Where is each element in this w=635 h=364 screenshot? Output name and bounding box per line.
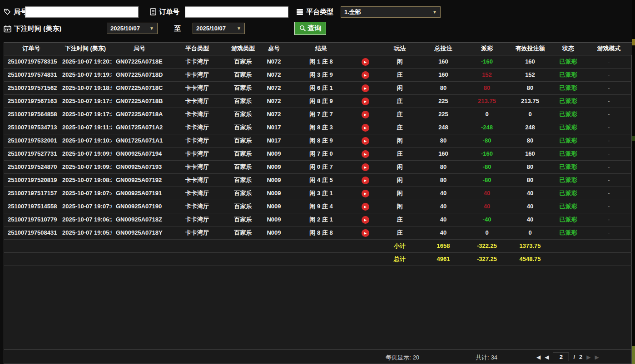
cell-platform-type: 卡卡湾厅: [167, 213, 228, 226]
cell-status: 已派彩: [551, 134, 585, 147]
cell-round-number: GN07225A0718C: [112, 81, 167, 94]
cell-result: 闲 8 庄 9: [289, 94, 353, 108]
cell-game-mode: -: [585, 121, 632, 134]
header-order: 订单号: [4, 43, 59, 55]
filter-bar: 局号 订单号 平台类型 1.全部 ▼ 下注时间 (美东) 202: [0, 0, 632, 42]
header-result: 结果: [289, 43, 353, 55]
cell-result: 闲 9 庄 4: [289, 200, 353, 213]
cell-status: 已派彩: [551, 147, 585, 160]
platform-type-label: 平台类型: [306, 8, 333, 16]
cell-status: 已派彩: [551, 200, 585, 213]
cell-result: 闲 7 庄 7: [289, 108, 353, 121]
order-number-input[interactable]: [185, 6, 288, 18]
play-video-button[interactable]: ▶: [362, 71, 369, 79]
bet-time-label: 下注时间 (美东): [14, 25, 61, 33]
cell-total-bet: 160: [422, 147, 465, 160]
play-video-button[interactable]: ▶: [362, 150, 369, 158]
cell-table-number: N017: [258, 121, 289, 134]
cell-order-number: 251007197508431: [4, 226, 59, 239]
last-page-button[interactable]: ▶: [595, 354, 599, 360]
play-video-button[interactable]: ▶: [362, 177, 369, 184]
next-page-button[interactable]: ▶: [586, 354, 590, 360]
date-from-select[interactable]: 2025/10/07 ▼: [107, 23, 158, 34]
cell-video: ▶: [353, 200, 377, 213]
records-panel: 订单号下注时间 (美东)局号平台类型游戏类型桌号结果玩法总投注派彩有效投注额状态…: [4, 42, 632, 364]
cell-wager-type: 庄: [377, 94, 422, 108]
summary-spacer: [4, 239, 377, 252]
cell-result: 闲 6 庄 1: [289, 81, 353, 94]
cell-video: ▶: [353, 121, 377, 134]
play-video-button[interactable]: ▶: [362, 163, 369, 171]
calendar-icon: [4, 25, 11, 33]
cell-bet-time: 2025-10-07 19:05:53: [59, 226, 112, 239]
cell-bet-time: 2025-10-07 19:08:26: [59, 173, 112, 187]
summary-label: 小计: [377, 239, 422, 252]
cell-round-number: GN07225A0718D: [112, 68, 167, 81]
table-row: 2510071975084312025-10-07 19:05:53GN0092…: [4, 226, 632, 239]
play-video-button[interactable]: ▶: [362, 98, 369, 105]
cell-wager-type: 闲: [377, 200, 422, 213]
cell-game-type: 百家乐: [228, 121, 258, 134]
cell-bet-time: 2025-10-07 19:10:46: [59, 134, 112, 147]
cell-result: 闲 4 庄 5: [289, 173, 353, 187]
platform-type-select[interactable]: 1.全部 ▼: [341, 6, 441, 18]
summary-valid-bet: 1373.75: [509, 239, 551, 252]
cell-video: ▶: [353, 187, 377, 200]
table-row: 2510071975715622025-10-07 19:18:57GN0722…: [4, 81, 632, 94]
cell-platform-type: 卡卡湾厅: [167, 187, 228, 200]
play-video-button[interactable]: ▶: [362, 124, 369, 132]
cell-platform-type: 卡卡湾厅: [167, 200, 228, 213]
subtotal-row: 小计1658-322.251373.75: [4, 239, 632, 252]
header--play: [353, 43, 377, 55]
cell-wager-type: 庄: [377, 213, 422, 226]
cell-game-mode: -: [585, 108, 632, 121]
cell-wager-type: 庄: [377, 147, 422, 160]
cell-game-mode: -: [585, 134, 632, 147]
play-video-button[interactable]: ▶: [362, 216, 369, 224]
play-video-button[interactable]: ▶: [362, 229, 369, 237]
header-platform: 平台类型: [167, 43, 228, 55]
play-video-button[interactable]: ▶: [362, 84, 369, 92]
current-page-input[interactable]: 2: [553, 353, 569, 361]
first-page-button[interactable]: ◀: [536, 354, 541, 360]
cell-game-mode: -: [585, 226, 632, 239]
play-video-button[interactable]: ▶: [362, 203, 369, 211]
cell-game-type: 百家乐: [228, 81, 258, 94]
header-time: 下注时间 (美东): [59, 43, 112, 55]
cell-payout: -248: [465, 121, 509, 134]
table-row: 2510071975783152025-10-07 19:20:15GN0722…: [4, 55, 632, 68]
round-number-input[interactable]: [25, 6, 139, 18]
cell-order-number: 251007197578315: [4, 55, 59, 68]
cell-game-mode: -: [585, 147, 632, 160]
cell-video: ▶: [353, 68, 377, 81]
summary-spacer: [551, 239, 632, 252]
cell-platform-type: 卡卡湾厅: [167, 121, 228, 134]
cell-bet-time: 2025-10-07 19:07:07: [59, 200, 112, 213]
cell-platform-type: 卡卡湾厅: [167, 173, 228, 187]
cell-platform-type: 卡卡湾厅: [167, 147, 228, 160]
date-to-select[interactable]: 2025/10/07 ▼: [193, 23, 245, 34]
cell-wager-type: 闲: [377, 160, 422, 173]
cell-status: 已派彩: [551, 68, 585, 81]
prev-page-button[interactable]: ◀: [545, 354, 549, 360]
cell-table-number: N009: [258, 173, 289, 187]
cell-valid-bet: 80: [509, 173, 551, 187]
cell-platform-type: 卡卡湾厅: [167, 94, 228, 108]
table-row: 2510071975648582025-10-07 19:17:32GN0722…: [4, 108, 632, 121]
records-table: 订单号下注时间 (美东)局号平台类型游戏类型桌号结果玩法总投注派彩有效投注额状态…: [4, 43, 632, 266]
cell-table-number: N009: [258, 187, 289, 200]
summary-spacer: [551, 252, 632, 266]
query-button-label: 查询: [308, 24, 322, 33]
order-number-filter: 订单号: [150, 6, 179, 18]
cell-total-bet: 40: [422, 187, 465, 200]
play-video-button[interactable]: ▶: [362, 137, 369, 145]
cell-round-number: GN01725A071A2: [112, 121, 167, 134]
play-video-button[interactable]: ▶: [362, 58, 369, 66]
cell-total-bet: 40: [422, 226, 465, 239]
table-row: 2510071975320012025-10-07 19:10:46GN0172…: [4, 134, 632, 147]
cell-game-mode: -: [585, 213, 632, 226]
cell-result: 闲 3 庄 9: [289, 68, 353, 81]
play-video-button[interactable]: ▶: [362, 111, 369, 118]
play-video-button[interactable]: ▶: [362, 190, 369, 197]
query-button[interactable]: 查询: [294, 22, 326, 35]
